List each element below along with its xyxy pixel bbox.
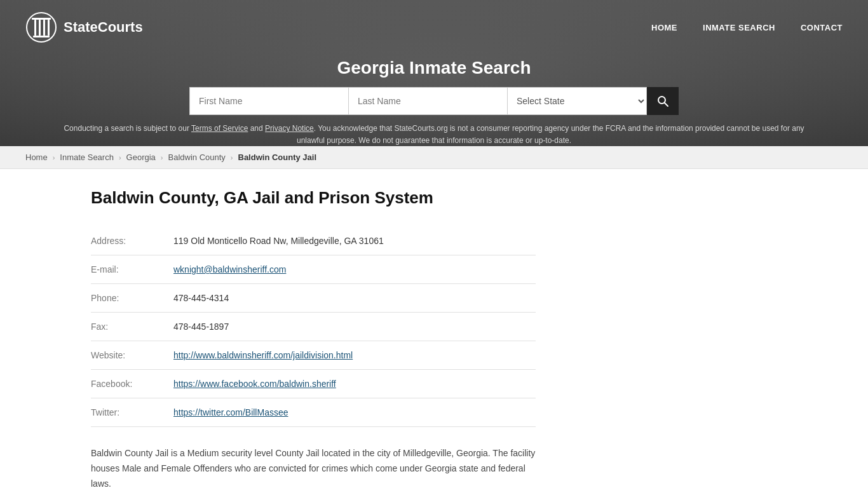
fax-label: Fax: — [91, 313, 173, 341]
hero-title: Georgia Inmate Search — [0, 58, 868, 78]
twitter-label: Twitter: — [91, 398, 173, 427]
svg-rect-6 — [48, 20, 50, 36]
breadcrumb: Home › Inmate Search › Georgia › Baldwin… — [0, 146, 868, 169]
first-name-input[interactable] — [189, 87, 348, 115]
website-value: http://www.baldwinsheriff.com/jaildivisi… — [173, 341, 536, 370]
last-name-input[interactable] — [348, 87, 507, 115]
disclaimer: Conducting a search is subject to our Te… — [0, 123, 868, 146]
state-select[interactable]: Select State Alabama Alaska Arizona Geor… — [507, 87, 647, 115]
table-row: Phone: 478-445-4314 — [91, 284, 536, 313]
disclaimer-text-after: . You acknowledge that StateCourts.org i… — [297, 124, 804, 145]
disclaimer-text-before: Conducting a search is subject to our — [64, 124, 191, 133]
breadcrumb-sep-2: › — [119, 154, 121, 161]
nav-contact[interactable]: CONTACT — [801, 23, 843, 32]
logo-text: StateCourts — [64, 19, 143, 36]
main-content: Baldwin County, GA Jail and Prison Syste… — [53, 169, 815, 488]
search-icon — [656, 95, 669, 107]
svg-rect-1 — [33, 36, 50, 37]
breadcrumb-current: Baldwin County Jail — [238, 152, 317, 162]
breadcrumb-county[interactable]: Baldwin County — [168, 152, 226, 162]
nav: StateCourts HOME INMATE SEARCH CONTACT — [0, 0, 868, 55]
svg-point-0 — [27, 13, 56, 42]
email-link[interactable]: wknight@baldwinsheriff.com — [173, 264, 286, 274]
page-title: Baldwin County, GA Jail and Prison Syste… — [91, 188, 777, 208]
svg-rect-4 — [39, 20, 41, 36]
breadcrumb-state[interactable]: Georgia — [126, 152, 156, 162]
breadcrumb-sep-1: › — [53, 154, 55, 161]
table-row: Website: http://www.baldwinsheriff.com/j… — [91, 341, 536, 370]
phone-label: Phone: — [91, 284, 173, 313]
disclaimer-text-middle: and — [248, 124, 265, 133]
svg-rect-3 — [34, 20, 36, 36]
nav-home[interactable]: HOME — [651, 23, 677, 32]
nav-inmate-search[interactable]: INMATE SEARCH — [703, 23, 775, 32]
nav-links: HOME INMATE SEARCH CONTACT — [651, 23, 843, 32]
search-button[interactable] — [647, 87, 679, 115]
address-value: 119 Old Monticello Road Nw, Milledgevill… — [173, 227, 536, 255]
logo[interactable]: StateCourts — [25, 11, 143, 43]
address-label: Address: — [91, 227, 173, 255]
website-link[interactable]: http://www.baldwinsheriff.com/jaildivisi… — [173, 350, 353, 360]
svg-rect-5 — [43, 20, 45, 36]
header: StateCourts HOME INMATE SEARCH CONTACT G… — [0, 0, 868, 146]
facebook-link[interactable]: https://www.facebook.com/baldwin.sheriff — [173, 379, 336, 389]
facebook-label: Facebook: — [91, 370, 173, 398]
search-bar: Select State Alabama Alaska Arizona Geor… — [180, 87, 688, 115]
email-label: E-mail: — [91, 255, 173, 284]
table-row: Facebook: https://www.facebook.com/baldw… — [91, 370, 536, 398]
svg-rect-2 — [32, 18, 51, 20]
twitter-value: https://twitter.com/BillMassee — [173, 398, 536, 427]
terms-link[interactable]: Terms of Service — [191, 124, 248, 133]
info-table: Address: 119 Old Monticello Road Nw, Mil… — [91, 227, 536, 427]
table-row: Address: 119 Old Monticello Road Nw, Mil… — [91, 227, 536, 255]
breadcrumb-home[interactable]: Home — [25, 152, 48, 162]
breadcrumb-inmate-search[interactable]: Inmate Search — [60, 152, 114, 162]
facebook-value: https://www.facebook.com/baldwin.sheriff — [173, 370, 536, 398]
fax-value: 478-445-1897 — [173, 313, 536, 341]
logo-icon — [25, 11, 57, 43]
breadcrumb-sep-3: › — [161, 154, 163, 161]
breadcrumb-sep-4: › — [231, 154, 233, 161]
privacy-link[interactable]: Privacy Notice — [265, 124, 314, 133]
phone-value: 478-445-4314 — [173, 284, 536, 313]
website-label: Website: — [91, 341, 173, 370]
description: Baldwin County Jail is a Medium security… — [91, 446, 536, 488]
twitter-link[interactable]: https://twitter.com/BillMassee — [173, 407, 288, 417]
table-row: Twitter: https://twitter.com/BillMassee — [91, 398, 536, 427]
table-row: Fax: 478-445-1897 — [91, 313, 536, 341]
svg-line-8 — [665, 103, 668, 106]
email-value: wknight@baldwinsheriff.com — [173, 255, 536, 284]
table-row: E-mail: wknight@baldwinsheriff.com — [91, 255, 536, 284]
